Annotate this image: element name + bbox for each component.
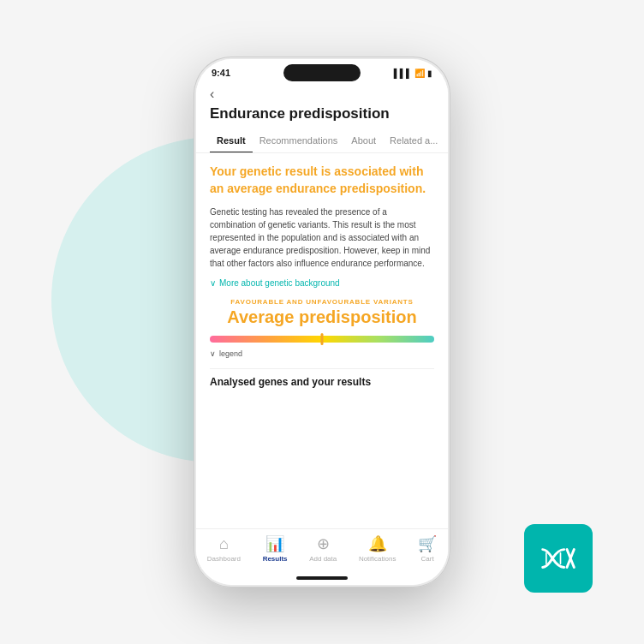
nav-dashboard[interactable]: ⌂ Dashboard [207,535,241,563]
nav-results-label: Results [263,555,288,563]
wifi-icon: 📶 [414,69,425,78]
bar-indicator [321,333,324,345]
bottom-nav: ⌂ Dashboard 📊 Results ⊕ Add data 🔔 Notif… [196,528,448,573]
section-divider [210,368,434,369]
page-title: Endurance predisposition [210,105,434,122]
variants-label: FAVOURABLE AND UNFAVOURABLE VARIANTS [210,298,434,306]
status-icons: ▌▌▌ 📶 ▮ [394,69,432,78]
battery-icon: ▮ [427,69,432,78]
scroll-area: Your genetic result is associated with a… [196,153,448,528]
nav-dashboard-label: Dashboard [207,555,241,563]
dna-logo-icon [537,546,580,571]
gradient-bar-container [210,336,434,343]
notch [283,64,361,81]
chart-icon: 📊 [265,534,284,553]
status-time: 9:41 [212,68,230,78]
brand-badge [524,524,593,593]
chevron-down-icon: ∨ [210,278,216,288]
more-link[interactable]: ∨ More about genetic background [210,278,434,288]
nav-notifications-label: Notifications [359,555,397,563]
screen-content: ‹ Endurance predisposition Result Recomm… [196,81,448,585]
nav-add-data[interactable]: ⊕ Add data [309,534,337,563]
more-link-label: More about genetic background [219,278,340,288]
bell-icon: 🔔 [368,534,387,553]
tab-related[interactable]: Related a... [383,129,444,153]
phone-screen: 9:41 ▌▌▌ 📶 ▮ ‹ Endurance predisposition … [196,59,448,585]
screen-header: ‹ Endurance predisposition [196,81,448,129]
signal-icon: ▌▌▌ [394,69,412,78]
result-body-text: Genetic testing has revealed the presenc… [210,206,434,270]
legend-label: legend [219,349,242,358]
analysed-genes-heading: Analysed genes and your results [210,376,434,388]
status-bar: 9:41 ▌▌▌ 📶 ▮ [196,59,448,81]
cart-icon: 🛒 [418,534,437,553]
nav-cart-label: Cart [421,555,434,563]
nav-add-data-label: Add data [309,555,337,563]
nav-results[interactable]: 📊 Results [263,534,288,563]
add-icon: ⊕ [317,534,330,553]
phone-shell: 9:41 ▌▌▌ 📶 ▮ ‹ Endurance predisposition … [194,57,450,587]
tabs-bar: Result Recommendations About Related a..… [196,129,448,153]
nav-cart[interactable]: 🛒 Cart [418,534,437,563]
legend-chevron-icon: ∨ [210,349,216,358]
tab-result[interactable]: Result [210,129,253,153]
legend-toggle[interactable]: ∨ legend [210,349,434,358]
predisposition-value: Average predisposition [210,307,434,327]
gradient-bar [210,336,434,343]
home-icon: ⌂ [219,535,229,553]
back-button[interactable]: ‹ [210,86,434,102]
result-highlight: Your genetic result is associated with a… [210,164,434,197]
tab-about[interactable]: About [344,129,383,153]
nav-notifications[interactable]: 🔔 Notifications [359,534,397,563]
home-indicator [296,576,348,580]
tab-recommendations[interactable]: Recommendations [253,129,345,153]
